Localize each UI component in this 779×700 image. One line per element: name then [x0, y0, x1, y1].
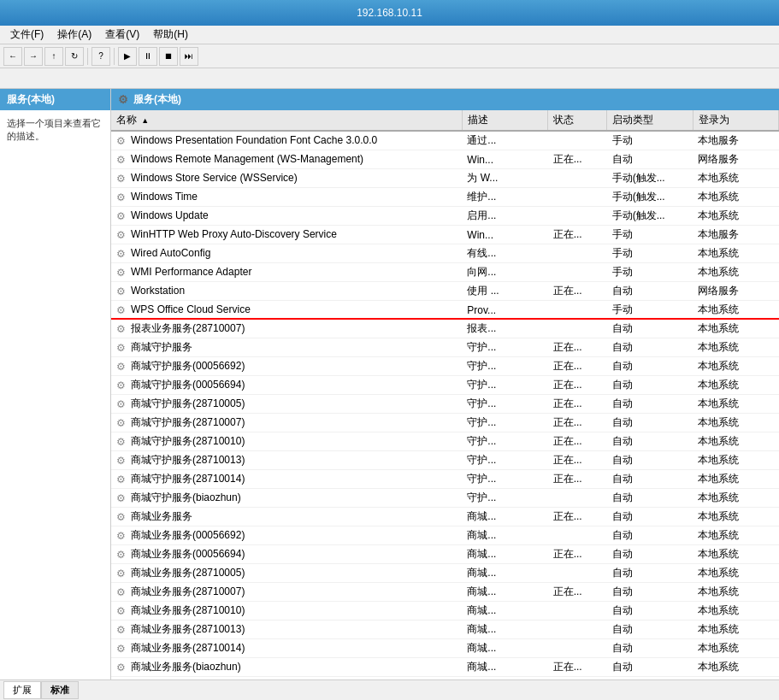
forward-button[interactable]: →: [24, 47, 43, 66]
menu-item-1[interactable]: 操作(A): [50, 26, 98, 44]
col-header-status[interactable]: 状态: [548, 110, 607, 131]
table-row[interactable]: ⚙WPS Office Cloud Service Prov... 手动 本地系…: [111, 301, 779, 320]
table-row[interactable]: ⚙商城业务服务(28710013) 商城... 自动 本地系统: [111, 621, 779, 639]
gear-icon: ⚙: [116, 474, 128, 485]
col-header-name[interactable]: 名称 ▲: [111, 110, 462, 131]
service-startup: 自动: [607, 338, 693, 357]
service-login: 本地系统: [693, 414, 778, 432]
service-startup: 自动: [607, 376, 693, 395]
table-row[interactable]: ⚙商城业务服务(28710005) 商城... 自动 本地系统: [111, 564, 779, 583]
col-header-startup[interactable]: 启动类型: [607, 110, 693, 131]
help-button[interactable]: ?: [91, 47, 110, 66]
service-login: 本地系统: [693, 470, 778, 489]
service-startup: 手动(触发...: [607, 207, 693, 226]
service-login: 本地系统: [693, 583, 778, 602]
service-startup: 自动: [607, 470, 693, 489]
service-name: ⚙迅雷下载基础服务（用于快速申请磁盘空间及接管浏览...: [111, 677, 462, 680]
service-status: 正在...: [548, 338, 607, 357]
table-row[interactable]: ⚙商城业务服务(28710007) 商城... 正在... 自动 本地系统: [111, 583, 779, 602]
service-desc: 商城...: [462, 658, 547, 677]
separator-1: [87, 48, 88, 65]
gear-icon: ⚙: [116, 135, 128, 147]
service-status: [548, 301, 607, 320]
service-desc: 商城...: [462, 508, 547, 526]
gear-icon: ⚙: [116, 154, 128, 166]
table-row[interactable]: ⚙Workstation 使用 ... 正在... 自动 网络服务: [111, 282, 779, 301]
back-button[interactable]: ←: [3, 47, 22, 66]
table-row[interactable]: ⚙WMI Performance Adapter 向网... 手动 本地系统: [111, 263, 779, 282]
service-desc: 商城...: [462, 639, 547, 658]
service-desc: Prov...: [462, 301, 547, 320]
service-login: 本地系统: [693, 526, 778, 545]
table-row[interactable]: ⚙商城业务服务(00056692) 商城... 自动 本地系统: [111, 526, 779, 545]
table-row[interactable]: ⚙WinHTTP Web Proxy Auto-Discovery Servic…: [111, 226, 779, 244]
skip-button[interactable]: ⏭: [180, 47, 198, 66]
table-row[interactable]: ⚙商城守护服务(28710010) 守护... 正在... 自动 本地系统: [111, 432, 779, 451]
table-row[interactable]: ⚙商城业务服务 商城... 正在... 自动 本地系统: [111, 508, 779, 526]
table-row[interactable]: ⚙商城守护服务(28710013) 守护... 正在... 自动 本地系统: [111, 451, 779, 470]
service-startup: 自动: [607, 545, 693, 564]
gear-icon: ⚙: [116, 248, 128, 260]
stop-button[interactable]: ⏹: [159, 47, 178, 66]
services-list: 名称 ▲ 描述 状态 启动类型 登录为 ⚙Windows Presentatio…: [111, 110, 779, 679]
title-bar: 192.168.10.11: [0, 0, 779, 26]
service-status: 正在...: [548, 357, 607, 376]
gear-icon: ⚙: [116, 398, 128, 410]
gear-icon: ⚙: [116, 643, 128, 655]
table-row[interactable]: ⚙商城业务服务(biaozhun) 商城... 正在... 自动 本地系统: [111, 658, 779, 677]
table-row[interactable]: ⚙商城业务服务(28710010) 商城... 自动 本地系统: [111, 602, 779, 621]
table-row[interactable]: ⚙商城守护服务(biaozhun) 守护... 自动 本地系统: [111, 489, 779, 508]
menu-item-2[interactable]: 查看(V): [98, 26, 146, 44]
pause-button[interactable]: ⏸: [139, 47, 157, 66]
service-desc: 有线...: [462, 244, 547, 263]
service-status: [548, 489, 607, 508]
service-desc: 报表...: [462, 320, 547, 338]
table-row[interactable]: ⚙Wired AutoConfig 有线... 手动 本地系统: [111, 244, 779, 263]
tab-standard[interactable]: 标准: [41, 681, 79, 699]
service-startup: 自动: [607, 451, 693, 470]
service-startup: 自动: [607, 320, 693, 338]
service-desc: 守护...: [462, 451, 547, 470]
service-status: 正在...: [548, 583, 607, 602]
right-panel-title: 服务(本地): [133, 92, 181, 107]
gear-icon: ⚙: [116, 229, 128, 241]
table-row[interactable]: ⚙商城业务服务(00056694) 商城... 正在... 自动 本地系统: [111, 545, 779, 564]
col-header-login[interactable]: 登录为: [693, 110, 778, 131]
service-status: 正在...: [548, 508, 607, 526]
main-container: 服务(本地) 选择一个项目来查看它的描述。 ⚙ 服务(本地) 名称 ▲ 描述 状…: [0, 89, 779, 679]
table-row[interactable]: ⚙Windows Remote Management (WS-Managemen…: [111, 150, 779, 169]
service-name: ⚙商城守护服务(28710010): [111, 432, 462, 451]
col-header-desc[interactable]: 描述: [462, 110, 547, 131]
service-desc: Win...: [462, 226, 547, 244]
services-table[interactable]: 名称 ▲ 描述 状态 启动类型 登录为 ⚙Windows Presentatio…: [111, 110, 779, 679]
table-row[interactable]: ⚙Windows Time 维护... 手动(触发... 本地系统: [111, 188, 779, 207]
play-button[interactable]: ▶: [118, 47, 137, 66]
table-row[interactable]: ⚙商城守护服务(00056694) 守护... 正在... 自动 本地系统: [111, 376, 779, 395]
menu-item-0[interactable]: 文件(F): [3, 26, 50, 44]
service-login: 本地系统: [693, 188, 778, 207]
table-row[interactable]: ⚙报表业务服务(28710007) 报表... 自动 本地系统: [111, 320, 779, 338]
service-startup: 自动: [607, 150, 693, 169]
left-panel-description: 选择一个项目来查看它的描述。: [7, 118, 101, 141]
service-status: 正在...: [548, 226, 607, 244]
refresh-button[interactable]: ↻: [65, 47, 84, 66]
table-row[interactable]: ⚙商城守护服务(28710005) 守护... 正在... 自动 本地系统: [111, 395, 779, 414]
menu-item-3[interactable]: 帮助(H): [146, 26, 195, 44]
table-row[interactable]: ⚙商城业务服务(28710014) 商城... 自动 本地系统: [111, 639, 779, 658]
service-status: 正在...: [548, 414, 607, 432]
table-row[interactable]: ⚙商城守护服务(00056692) 守护... 正在... 自动 本地系统: [111, 357, 779, 376]
table-row[interactable]: ⚙商城守护服务(28710007) 守护... 正在... 自动 本地系统: [111, 414, 779, 432]
service-name: ⚙WinHTTP Web Proxy Auto-Discovery Servic…: [111, 226, 462, 244]
table-row[interactable]: ⚙Windows Presentation Foundation Font Ca…: [111, 131, 779, 150]
service-login: 本地系统: [693, 432, 778, 451]
table-row[interactable]: ⚙商城守护服务(28710014) 守护... 正在... 自动 本地系统: [111, 470, 779, 489]
table-row[interactable]: ⚙Windows Update 启用... 手动(触发... 本地系统: [111, 207, 779, 226]
table-row[interactable]: ⚙Windows Store Service (WSService) 为 W..…: [111, 169, 779, 188]
table-row[interactable]: ⚙商城守护服务 守护... 正在... 自动 本地系统: [111, 338, 779, 357]
service-startup: 自动: [607, 357, 693, 376]
service-name: ⚙报表业务服务(28710007): [111, 320, 462, 338]
table-row[interactable]: ⚙迅雷下载基础服务（用于快速申请磁盘空间及接管浏览... 迅雷... 自动 本地…: [111, 677, 779, 680]
up-button[interactable]: ↑: [44, 47, 63, 66]
service-status: [548, 207, 607, 226]
tab-extended[interactable]: 扩展: [3, 681, 41, 699]
